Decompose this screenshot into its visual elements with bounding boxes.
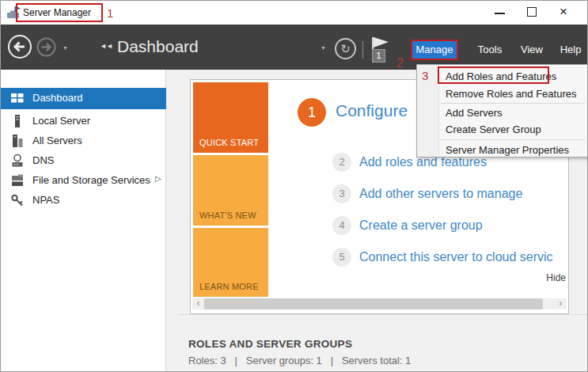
- sidebar: Dashboard Local Server All Servers: [1, 70, 166, 372]
- learn-more-label: LEARN MORE: [199, 282, 259, 291]
- local-server-icon: [10, 114, 25, 128]
- window-title: Server Manager: [23, 7, 91, 18]
- sidebar-item-local-server[interactable]: Local Server: [1, 111, 166, 131]
- nav-divider: [362, 41, 363, 59]
- close-icon: ×: [560, 4, 567, 19]
- annotation-number-3: 3: [422, 69, 428, 82]
- menu-separator: [441, 139, 585, 140]
- breadcrumb-collapse-icon[interactable]: ◄◄: [100, 42, 112, 50]
- menu-help[interactable]: Help: [554, 40, 587, 60]
- history-dropdown-caret-icon[interactable]: ▼: [63, 45, 68, 51]
- annotation-box-add-roles: [438, 66, 549, 84]
- minimize-icon: [495, 13, 505, 14]
- menu-view[interactable]: View: [514, 40, 549, 60]
- forward-arrow-icon: [36, 37, 56, 57]
- navigation-bar: ▼ ◄◄ Dashboard ▼ ↻ 1 2 Manage Tools View…: [1, 25, 588, 70]
- quick-start-label: QUICK START: [199, 138, 259, 147]
- sidebar-item-dashboard[interactable]: Dashboard: [1, 88, 166, 109]
- refresh-icon: ↻: [340, 42, 351, 55]
- sidebar-item-dns[interactable]: DNS: [1, 150, 166, 170]
- maximize-icon: [527, 7, 537, 17]
- scroll-left-icon[interactable]: ‹: [192, 298, 204, 309]
- file-storage-icon: [10, 173, 25, 188]
- dns-icon: [10, 154, 25, 168]
- menu-item-server-manager-properties[interactable]: Server Manager Properties: [446, 142, 569, 158]
- refresh-dropdown-caret-icon[interactable]: ▼: [321, 45, 326, 51]
- step-1-badge: 1: [298, 98, 326, 127]
- quick-start-block: QUICK START: [193, 82, 268, 153]
- learn-more-block: LEARN MORE: [193, 228, 268, 297]
- sidebar-item-npas[interactable]: NPAS: [1, 190, 166, 210]
- horizontal-scrollbar[interactable]: ‹ ›: [192, 298, 567, 309]
- menu-manage[interactable]: Manage: [411, 40, 458, 60]
- step-5-link[interactable]: Connect this server to cloud servic: [359, 248, 553, 267]
- title-bar: Server Manager 1 ×: [1, 1, 588, 25]
- annotation-number-1: 1: [107, 6, 113, 20]
- close-button[interactable]: ×: [551, 1, 576, 23]
- step-4-link[interactable]: Create a server group: [359, 216, 483, 235]
- whats-new-block: WHAT'S NEW: [193, 155, 268, 226]
- annotation-box-title: Server Manager: [16, 3, 103, 22]
- welcome-panel-divider: [179, 314, 588, 315]
- step-4-badge: 4: [332, 216, 351, 235]
- step-2-badge: 2: [332, 153, 351, 172]
- hide-link[interactable]: Hide: [546, 272, 566, 283]
- minimize-button[interactable]: [487, 1, 512, 23]
- server-manager-window: Server Manager 1 × ▼ ◄◄ Dashboard ▼ ↻: [0, 0, 588, 372]
- roles-section-title: ROLES AND SERVER GROUPS: [188, 338, 352, 350]
- refresh-button[interactable]: ↻: [335, 38, 356, 59]
- notification-count-badge[interactable]: 1: [372, 49, 385, 63]
- step-3-badge: 3: [332, 184, 351, 203]
- scrollbar-thumb[interactable]: [204, 298, 543, 309]
- breadcrumb: Dashboard: [117, 37, 199, 56]
- sidebar-item-file-storage-services[interactable]: File and Storage Services ▷: [1, 170, 166, 190]
- menu-item-add-servers[interactable]: Add Servers: [446, 104, 503, 121]
- dashboard-grid-icon: [10, 91, 25, 105]
- sidebar-item-all-servers[interactable]: All Servers: [1, 131, 166, 150]
- manage-dropdown-menu: 3 Add Roles and Features Remove Roles an…: [416, 64, 588, 158]
- whats-new-label: WHAT'S NEW: [199, 211, 256, 220]
- menu-separator: [441, 103, 585, 104]
- all-servers-icon: [10, 134, 25, 148]
- expand-chevron-icon[interactable]: ▷: [155, 174, 161, 183]
- step-3-link[interactable]: Add other servers to manage: [359, 184, 522, 203]
- back-button[interactable]: [7, 34, 32, 59]
- back-arrow-icon: [7, 34, 32, 59]
- maximize-button[interactable]: [519, 1, 544, 23]
- npas-key-icon: [10, 193, 25, 207]
- annotation-number-2: 2: [396, 56, 404, 70]
- menu-item-create-server-group[interactable]: Create Server Group: [446, 121, 541, 138]
- roles-section-stats: Roles: 3 | Server groups: 1 | Servers to…: [188, 355, 411, 366]
- menu-item-remove-roles-and-features[interactable]: Remove Roles and Features: [446, 85, 576, 102]
- step-1-link[interactable]: Configure: [336, 101, 408, 120]
- scroll-right-icon[interactable]: ›: [555, 298, 567, 309]
- forward-button[interactable]: [36, 37, 56, 57]
- menu-tools[interactable]: Tools: [471, 40, 509, 60]
- step-5-badge: 5: [332, 248, 351, 267]
